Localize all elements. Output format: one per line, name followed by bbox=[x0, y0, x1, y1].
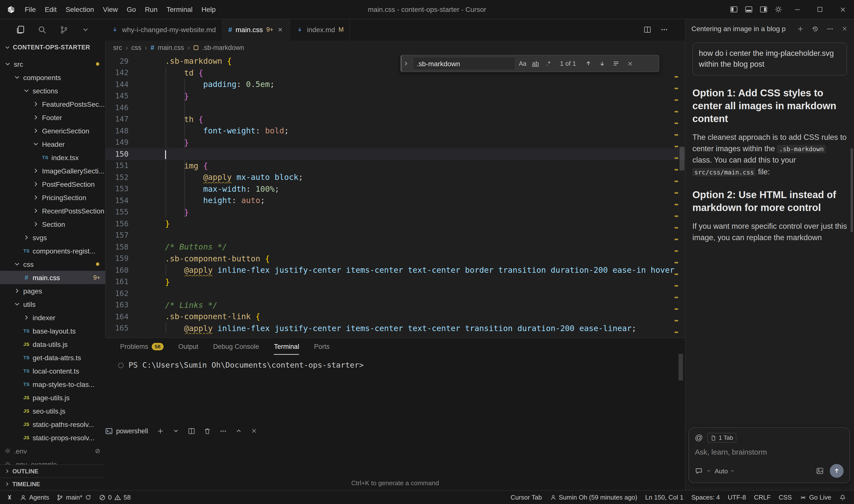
tree-item-local-content-ts[interactable]: TSlocal-content.ts bbox=[0, 364, 105, 378]
code-line[interactable]: 161} bbox=[105, 276, 685, 288]
code-line[interactable]: 159.sb-component-button { bbox=[105, 253, 685, 264]
tree-item-components[interactable]: components bbox=[0, 71, 105, 84]
explorer-icon[interactable] bbox=[15, 24, 26, 35]
breadcrumb-src[interactable]: src bbox=[113, 44, 122, 51]
editor-scrollbar[interactable] bbox=[679, 147, 684, 170]
chat-more-icon[interactable] bbox=[826, 25, 834, 32]
code-line[interactable]: 163/* Links */ bbox=[105, 299, 685, 311]
whole-word-toggle[interactable]: ab bbox=[530, 58, 541, 69]
context-tab-chip[interactable]: 1 Tab bbox=[708, 433, 736, 443]
tree-item--env[interactable]: .env⊘ bbox=[0, 444, 105, 457]
search-icon[interactable] bbox=[37, 24, 48, 35]
tree-item-map-styles-to-clas-[interactable]: TSmap-styles-to-clas... bbox=[0, 378, 105, 391]
menu-help[interactable]: Help bbox=[197, 3, 220, 15]
outline-section[interactable]: OUTLINE bbox=[0, 465, 105, 477]
kill-terminal-icon[interactable] bbox=[203, 427, 211, 435]
tree-item-page-utils-js[interactable]: JSpage-utils.js bbox=[0, 391, 105, 404]
tree-item-src[interactable]: src bbox=[0, 57, 105, 71]
toggle-bottom-panel-icon[interactable] bbox=[741, 0, 756, 19]
split-editor-icon[interactable] bbox=[643, 26, 652, 34]
panel-tab-debug-console[interactable]: Debug Console bbox=[213, 338, 259, 355]
tree-item-recentpostssection[interactable]: RecentPostsSection bbox=[0, 204, 105, 217]
toggle-left-panel-icon[interactable] bbox=[727, 0, 741, 19]
code-line[interactable]: 165 @apply inline-flex justify-center it… bbox=[105, 322, 685, 334]
code-line[interactable]: 153 max-width: 100%; bbox=[105, 183, 685, 195]
terminal-prompt-line[interactable]: PS C:\Users\Sumin Oh\Documents\content-o… bbox=[118, 361, 364, 370]
tree-item--env-example[interactable]: .env_example bbox=[0, 457, 105, 465]
terminal-scrollbar[interactable] bbox=[679, 354, 683, 380]
status-notifications[interactable] bbox=[839, 494, 846, 501]
tree-item-genericsection[interactable]: GenericSection bbox=[0, 124, 105, 137]
tree-item-base-layout-ts[interactable]: TSbase-layout.ts bbox=[0, 324, 105, 338]
match-case-toggle[interactable]: Aa bbox=[517, 58, 528, 69]
close-tab-icon[interactable] bbox=[277, 26, 284, 33]
source-control-icon[interactable] bbox=[58, 24, 69, 35]
status-problems[interactable]: 0 58 bbox=[99, 493, 130, 501]
close-button[interactable] bbox=[831, 0, 854, 19]
tree-item-header[interactable]: Header bbox=[0, 137, 105, 151]
tree-item-section[interactable]: Section bbox=[0, 217, 105, 231]
find-expand-toggle[interactable] bbox=[401, 55, 410, 72]
breadcrumb-symbol[interactable]: .sb-markdown bbox=[202, 44, 244, 51]
code-line[interactable]: 160 @apply inline-flex justify-center it… bbox=[105, 264, 685, 276]
find-input[interactable] bbox=[413, 57, 515, 70]
chat-mode-icon[interactable] bbox=[695, 467, 703, 475]
tree-item-components-regist-[interactable]: TScomponents-regist... bbox=[0, 244, 105, 257]
status-agents[interactable]: Agents bbox=[20, 493, 49, 501]
new-terminal-icon[interactable] bbox=[156, 427, 164, 435]
menu-file[interactable]: File bbox=[20, 3, 40, 15]
code-line[interactable]: 144 padding: 0.5em; bbox=[105, 78, 685, 90]
code-line[interactable]: 155 } bbox=[105, 206, 685, 218]
chat-history-icon[interactable] bbox=[812, 25, 819, 32]
chat-title[interactable]: Centering an image in a blog p bbox=[691, 25, 786, 33]
panel-more-icon[interactable] bbox=[219, 427, 227, 435]
code-editor[interactable]: 29.sb-markdown {142 td {144 padding: 0.5… bbox=[105, 54, 685, 338]
tree-item-imagegallerysecti-[interactable]: ImageGallerySecti... bbox=[0, 164, 105, 177]
tree-item-pages[interactable]: pages bbox=[0, 284, 105, 298]
status-line-col[interactable]: Ln 150, Col 1 bbox=[645, 493, 683, 501]
code-line[interactable]: 150 bbox=[105, 148, 685, 160]
code-line[interactable]: 158/* Buttons */ bbox=[105, 241, 685, 253]
chevron-up-icon[interactable] bbox=[706, 468, 711, 473]
code-line[interactable]: 154 height: auto; bbox=[105, 195, 685, 206]
tree-item-footer[interactable]: Footer bbox=[0, 111, 105, 124]
menu-terminal[interactable]: Terminal bbox=[162, 3, 197, 15]
menu-selection[interactable]: Selection bbox=[61, 3, 99, 15]
code-line[interactable]: 149 } bbox=[105, 137, 685, 148]
regex-toggle[interactable]: .* bbox=[542, 58, 554, 69]
menu-edit[interactable]: Edit bbox=[40, 3, 61, 15]
terminal-shell-selector[interactable]: powershell bbox=[105, 427, 148, 435]
previous-match-icon[interactable] bbox=[582, 57, 595, 70]
panel-tab-terminal[interactable]: Terminal bbox=[274, 338, 299, 355]
menu-view[interactable]: View bbox=[99, 3, 122, 15]
panel-tab-output[interactable]: Output bbox=[178, 338, 198, 355]
chat-input-box[interactable]: @ 1 Tab Ask, learn, brainstorm Auto bbox=[689, 427, 850, 483]
code-line[interactable]: 146 bbox=[105, 102, 685, 113]
status-branch[interactable]: main* bbox=[57, 493, 91, 501]
more-actions-icon[interactable] bbox=[660, 26, 668, 34]
status-go-live[interactable]: Go Live bbox=[800, 493, 831, 501]
status-cursor-tab[interactable]: Cursor Tab bbox=[511, 493, 542, 501]
tree-item-css[interactable]: css bbox=[0, 257, 105, 271]
model-selector[interactable]: Auto bbox=[715, 467, 735, 474]
tree-item-svgs[interactable]: svgs bbox=[0, 231, 105, 244]
panel-tab-problems[interactable]: Problems58 bbox=[120, 338, 163, 355]
maximize-button[interactable] bbox=[808, 0, 831, 19]
attach-image-icon[interactable] bbox=[816, 467, 824, 475]
code-line[interactable]: 157 bbox=[105, 230, 685, 241]
tree-item-indexer[interactable]: indexer bbox=[0, 311, 105, 324]
code-line[interactable]: 162 bbox=[105, 288, 685, 299]
remote-indicator[interactable] bbox=[5, 493, 12, 501]
tree-item-featuredpostssec-[interactable]: FeaturedPostsSec... bbox=[0, 97, 105, 111]
status-git-author[interactable]: Sumin Oh (59 minutes ago) bbox=[550, 493, 637, 501]
menu-go[interactable]: Go bbox=[122, 3, 140, 15]
status-eol[interactable]: CRLF bbox=[754, 493, 771, 501]
toggle-right-panel-icon[interactable] bbox=[756, 0, 771, 19]
tree-item-seo-utils-js[interactable]: JSseo-utils.js bbox=[0, 404, 105, 417]
status-indentation[interactable]: Spaces: 4 bbox=[691, 493, 720, 501]
code-line[interactable]: 156} bbox=[105, 218, 685, 230]
tree-item-index-tsx[interactable]: TSindex.tsx bbox=[0, 151, 105, 164]
code-line[interactable]: 147 th { bbox=[105, 113, 685, 125]
close-find-icon[interactable] bbox=[623, 57, 636, 70]
tree-item-utils[interactable]: utils bbox=[0, 298, 105, 311]
